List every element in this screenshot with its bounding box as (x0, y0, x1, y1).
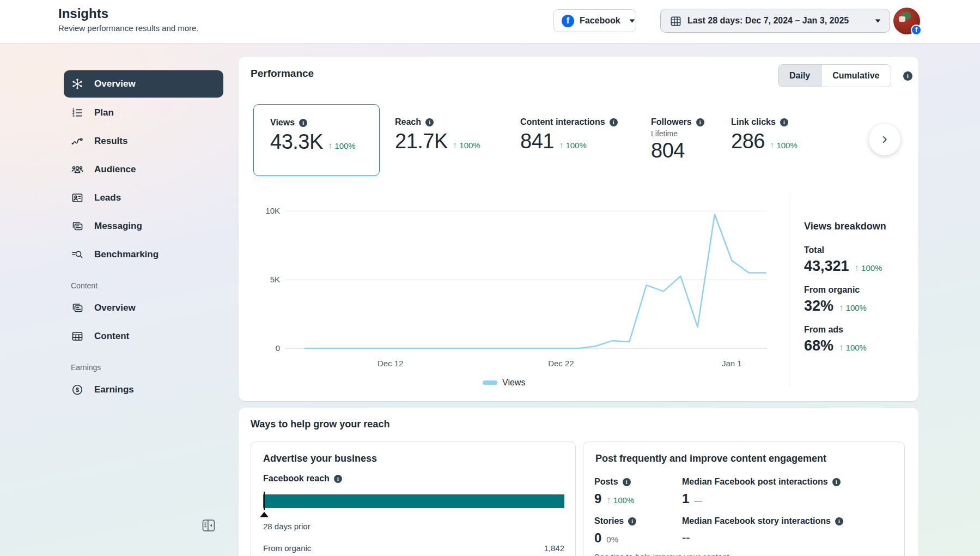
info-icon[interactable] (628, 517, 636, 525)
stories-label: Stories (594, 516, 636, 526)
numbered-list-icon: 1 2 3 (71, 106, 84, 119)
sidebar-item-audience[interactable]: Audience (64, 155, 223, 184)
views-line-chart: 05K10KDec 12Dec 22Jan 1 (260, 205, 778, 374)
stacked-cards-icon (71, 220, 84, 233)
sidebar-item-benchmarking[interactable]: Benchmarking (64, 240, 223, 269)
stories-value: 0 0% (594, 530, 618, 546)
svg-text:Jan 1: Jan 1 (722, 359, 742, 368)
posts-label: Posts (594, 477, 631, 487)
sidebar-item-label: Leads (94, 192, 121, 203)
metric-content-interactions[interactable]: Content interactions 841 100% (520, 117, 618, 153)
svg-text:Dec 22: Dec 22 (548, 359, 574, 368)
info-icon[interactable] (903, 71, 912, 81)
sidebar-item-overview[interactable]: Overview (64, 70, 223, 98)
collapse-sidebar-icon (201, 517, 216, 534)
info-icon[interactable] (610, 118, 618, 126)
svg-text:5K: 5K (270, 275, 280, 284)
trend-line-icon (71, 135, 84, 148)
next-metrics-button[interactable] (869, 124, 900, 155)
advertise-title: Advertise your business (263, 453, 377, 464)
chevron-down-icon (875, 19, 881, 23)
daily-cumulative-toggle: Daily Cumulative (778, 64, 891, 87)
metric-value: 21.7K (395, 130, 448, 153)
median-post-interactions-label: Median Facebook post interactions (682, 477, 841, 487)
up-arrow-icon (770, 140, 775, 151)
page-title: Insights (58, 6, 108, 21)
info-icon[interactable] (425, 118, 434, 126)
prior-period-marker-icon (260, 512, 269, 517)
info-icon[interactable] (623, 478, 631, 486)
contact-card-icon (71, 191, 84, 204)
sidebar-item-label: Audience (94, 164, 136, 175)
info-icon[interactable] (835, 517, 843, 525)
svg-text:Dec 12: Dec 12 (378, 359, 404, 368)
median-post-interactions-value: 1 — (682, 491, 702, 506)
toggle-daily[interactable]: Daily (778, 65, 821, 87)
metric-value: 804 (651, 139, 685, 162)
metric-link-clicks[interactable]: Link clicks 286 100% (731, 117, 798, 153)
svg-text:$: $ (76, 386, 79, 393)
metric-label: Content interactions (520, 117, 605, 127)
header: Insights Review performance results and … (0, 0, 980, 43)
sidebar-item-plan[interactable]: 1 2 3 Plan (64, 99, 223, 127)
metric-value: 841 (520, 130, 554, 153)
up-arrow-icon (606, 495, 611, 506)
date-range-selector[interactable]: Last 28 days: Dec 7, 2024 – Jan 3, 2025 (660, 9, 890, 33)
avatar[interactable]: f (893, 8, 920, 34)
date-range-label: Last 28 days: Dec 7, 2024 – Jan 3, 2025 (687, 16, 849, 26)
info-icon[interactable] (832, 478, 841, 486)
up-arrow-icon (839, 342, 844, 353)
sidebar-item-earnings[interactable]: $ Earnings (64, 376, 223, 404)
collapse-sidebar-button[interactable] (201, 517, 217, 535)
sidebar-section-content: Content (64, 277, 223, 294)
views-breakdown-panel: Views breakdown Total 43,321 100% From o… (804, 221, 913, 365)
views-legend-swatch (483, 380, 497, 385)
sidebar-item-content[interactable]: Content (64, 322, 223, 350)
info-icon[interactable] (696, 118, 704, 126)
sidebar-item-label: Benchmarking (94, 249, 159, 260)
sidebar-item-label: Overview (94, 303, 136, 313)
svg-text:10K: 10K (265, 206, 280, 215)
metric-label: Views (270, 118, 295, 128)
posts-value: 9 100% (594, 491, 634, 506)
divider (789, 196, 789, 386)
info-icon[interactable] (780, 118, 788, 126)
chevron-right-icon (879, 134, 891, 146)
sidebar-item-label: Earnings (94, 384, 134, 395)
sidebar-item-results[interactable]: Results (64, 127, 223, 155)
sidebar-section-earnings: Earnings (64, 359, 223, 376)
chevron-down-icon (629, 19, 635, 23)
metric-reach[interactable]: Reach 21.7K 100% (395, 117, 480, 153)
info-icon[interactable] (334, 475, 342, 483)
platform-selector[interactable]: f Facebook (553, 9, 636, 32)
info-icon[interactable] (299, 119, 307, 127)
metric-views[interactable]: Views 43.3K 100% (253, 104, 380, 176)
metric-label: Reach (395, 117, 421, 127)
sidebar: Overview 1 2 3 Plan Results Audi (64, 70, 223, 404)
breakdown-organic: From organic 32% 100% (804, 285, 913, 315)
see-tips-link[interactable]: See tips to help improve your content (594, 552, 729, 556)
sidebar-item-label: Content (94, 331, 129, 342)
metric-label: Followers (651, 117, 692, 127)
stacked-cards-icon (71, 301, 84, 315)
people-icon (71, 163, 84, 176)
median-story-interactions-label: Median Facebook story interactions (682, 516, 843, 526)
up-arrow-icon (855, 263, 860, 274)
advertise-business-card: Advertise your business Facebook reach 2… (251, 442, 576, 556)
ways-title: Ways to help grow your reach (251, 419, 389, 430)
sidebar-item-leads[interactable]: Leads (64, 184, 223, 212)
sidebar-item-content-overview[interactable]: Overview (64, 294, 223, 322)
metric-sublabel: Lifetime (651, 129, 704, 138)
dollar-circle-icon: $ (71, 383, 84, 396)
search-lines-icon (71, 248, 84, 261)
toggle-cumulative[interactable]: Cumulative (821, 65, 890, 87)
facebook-reach-bar (263, 494, 564, 508)
from-organic-row: From organic 1,842 (263, 543, 564, 553)
post-engagement-card: Post frequently and improve content enga… (583, 442, 905, 556)
sidebar-item-messaging[interactable]: Messaging (64, 212, 223, 240)
performance-title: Performance (251, 68, 314, 80)
facebook-reach-label: Facebook reach (263, 474, 342, 484)
ways-to-grow-card: Ways to help grow your reach Advertise y… (239, 408, 918, 556)
metric-followers[interactable]: Followers Lifetime 804 (651, 117, 704, 162)
chart-legend: Views (483, 378, 525, 388)
